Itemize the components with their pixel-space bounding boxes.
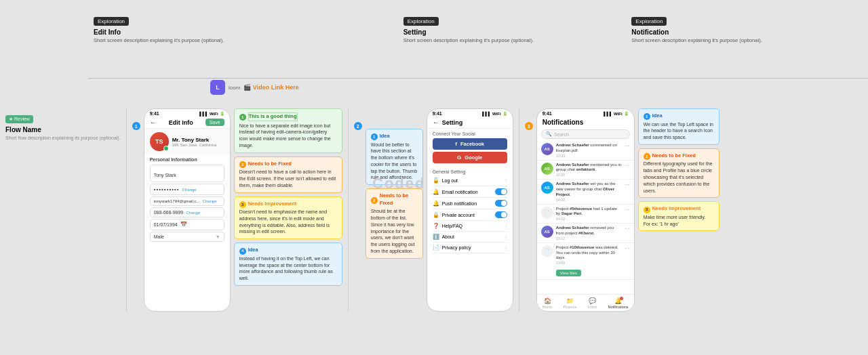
notif-annotations: 1 Idea We can use the Top Left space in … <box>638 108 719 231</box>
google-btn[interactable]: G Google <box>433 152 507 163</box>
setting-row-email-notif[interactable]: 🔔 Email notification <box>433 186 507 198</box>
email-notif-label: Email notification <box>442 190 492 194</box>
form-section-title: Personal Information <box>144 154 230 163</box>
back-arrow-edit[interactable]: ← <box>150 119 157 126</box>
notif-text-5: Andrew Schaefer removed you from project… <box>556 226 622 236</box>
status-icons-notif: ▌▌▌WiFi🔋 <box>604 111 628 116</box>
num-set-fix: 2 <box>371 197 378 204</box>
exp-badge-edit: Exploration <box>94 17 129 26</box>
exp-desc-notif: Short screen description explaining it's… <box>631 37 781 45</box>
anno-improve-notif: 3 Needs Improvement Make time more user … <box>638 201 719 231</box>
form-field-password[interactable]: •••••••••• Change <box>150 184 224 195</box>
about-label: About <box>442 234 502 239</box>
mid-divider-1 <box>348 108 349 312</box>
notif-avatar-3: AS <box>541 182 553 194</box>
change-btn-password[interactable]: Change <box>182 188 197 192</box>
anno-body-idea-1: Instead of having it on the Top Left, we… <box>239 255 337 282</box>
email-notif-icon: 🔔 <box>433 189 439 195</box>
time-setting: 9:41 <box>433 111 442 116</box>
private-toggle[interactable] <box>495 211 507 218</box>
setting-anno-left: 1 Idea Would be better to have this sect… <box>366 108 423 259</box>
form-field-gender[interactable]: Male ▼ <box>150 232 224 242</box>
anno-title-fix-1: Needs to be Fixed <box>248 161 292 168</box>
nav-home[interactable]: 🏠 Home <box>542 297 553 309</box>
notif-item-3: AS Andrew Schaefer set you as the new ow… <box>537 180 634 204</box>
gen-label: General Setting <box>433 169 507 174</box>
change-btn-email[interactable]: Change <box>202 199 216 203</box>
search-placeholder: Search <box>554 132 569 137</box>
profile-section: TS Mr. Tony Stark 395 San Jose, Californ… <box>144 129 230 154</box>
social-section: Connect Your Social f Facebook G Google <box>427 129 513 168</box>
num-notif: 3 <box>525 122 533 130</box>
nav-inbox[interactable]: 💬 Inbox <box>588 297 597 309</box>
exp-col-edit: Exploration Edit Info Short screen descr… <box>88 14 249 45</box>
exp-title-edit: Edit Info <box>94 28 243 36</box>
save-btn-edit[interactable]: Save <box>205 119 224 126</box>
anno-title-improve-1: Needs Improvement <box>248 201 297 208</box>
notif-avatar-1: AS <box>541 143 553 155</box>
avatar-edit: TS <box>150 132 169 151</box>
nav-notifications[interactable]: 🔔 Notifications <box>608 297 629 309</box>
change-btn-phone[interactable]: Change <box>186 211 200 215</box>
notif-item-2: AS Andrew Schaefer mentioned you in grou… <box>537 161 634 180</box>
view-files-btn[interactable]: View files <box>556 270 581 276</box>
form-field-phone[interactable]: 088-668-9999 Change <box>150 207 224 217</box>
nav-projects[interactable]: 📁 Projects <box>564 297 577 309</box>
anno-body-good: Nice to have a separate edit image icon … <box>239 123 337 149</box>
notif-more-2[interactable]: ⋯ <box>625 163 630 169</box>
notif-avatar-5: AS <box>541 226 553 238</box>
form-field-dob[interactable]: 01/07/1994 📅 <box>150 219 224 230</box>
notif-more-1[interactable]: ⋯ <box>625 143 630 149</box>
push-notif-toggle[interactable] <box>495 200 507 207</box>
exp-col-notif: Exploration Notification Short screen de… <box>626 14 787 45</box>
setting-row-private[interactable]: 🔒 Private account <box>433 209 507 221</box>
notif-more-6[interactable]: ⋯ <box>625 245 630 251</box>
notif-more-4[interactable]: ⋯ <box>625 207 630 213</box>
form-field-email[interactable]: tonystark1794@gmail.c... Change <box>150 196 224 206</box>
time-notif: 9:41 <box>542 111 552 116</box>
about-arrow: › <box>505 234 507 240</box>
mid-divider-2 <box>519 108 519 312</box>
field-value-password: •••••••••• <box>154 186 180 192</box>
email-notif-toggle[interactable] <box>495 188 507 195</box>
fb-icon: f <box>455 141 457 147</box>
search-bar-notif[interactable]: 🔍 Search <box>541 129 630 139</box>
private-label: Private account <box>442 213 492 217</box>
anno-body-set-fix: Should be at the bottom of the list. Sin… <box>371 208 418 255</box>
field-value-gender: Male <box>154 234 164 239</box>
field-value-name: Tony Stark <box>154 173 176 178</box>
notif-more-3[interactable]: ⋯ <box>625 182 630 188</box>
phone-header-setting: ← Setting <box>427 117 513 129</box>
anno-body-notif-improve: Make time more user friendly. For ex: '1… <box>644 214 714 228</box>
setting-row-about[interactable]: ℹ️ About › <box>433 232 507 243</box>
anno-title-notif-idea: Idea <box>652 112 663 120</box>
exp-desc-setting: Short screen description explaining it's… <box>403 37 553 45</box>
anno-body-fix-1: Doesn't need to have a call to action he… <box>239 169 337 188</box>
setting-row-privacy[interactable]: 📄 Privacy policy › <box>433 243 507 253</box>
notification-section: 3 9:41 ▌▌▌WiFi🔋 Notifications 🔍 Search <box>525 108 719 312</box>
setting-row-push-notif[interactable]: 🔔 Push notification <box>433 198 507 209</box>
exp-title-notif: Notification <box>631 28 781 36</box>
status-bar-notif: 9:41 ▌▌▌WiFi🔋 <box>537 109 634 117</box>
notif-more-5[interactable]: ⋯ <box>625 226 630 232</box>
google-icon: G <box>457 154 461 161</box>
phone-header-edit: ← Edit Info Save <box>144 117 230 129</box>
loom-link[interactable]: 🎬 Video Link Here <box>243 84 298 91</box>
setting-row-logout[interactable]: 🔓 Log out › <box>433 175 507 186</box>
setting-row-help[interactable]: ❓ Help/FAQ › <box>433 221 507 232</box>
back-arrow-setting[interactable]: ← <box>433 119 439 126</box>
notif-time-4: 14:02 <box>556 217 622 221</box>
notif-text-2: Andrew Schaefer mentioned you in group c… <box>556 163 622 173</box>
anno-title-notif-improve: Needs Improvement <box>652 205 701 213</box>
edit-info-section: 1 9:41 ▌▌▌WiFi🔋 ← Edit Info Save TS <box>132 108 342 312</box>
nav-inbox-label: Inbox <box>588 305 597 309</box>
notif-time-6: 13:09 <box>556 261 622 265</box>
num-notif-idea: 1 <box>644 113 650 120</box>
help-arrow: › <box>505 223 507 229</box>
notif-item-5: AS Andrew Schaefer removed you from proj… <box>537 224 634 243</box>
form-field-name[interactable]: Tony Stark <box>150 165 224 182</box>
facebook-btn[interactable]: f Facebook <box>433 138 507 150</box>
notif-time-1: 10:33 <box>556 154 622 158</box>
notif-time-5: 13:12 <box>556 236 622 241</box>
loom-section[interactable]: L loom 🎬 Video Link Here <box>210 80 299 95</box>
